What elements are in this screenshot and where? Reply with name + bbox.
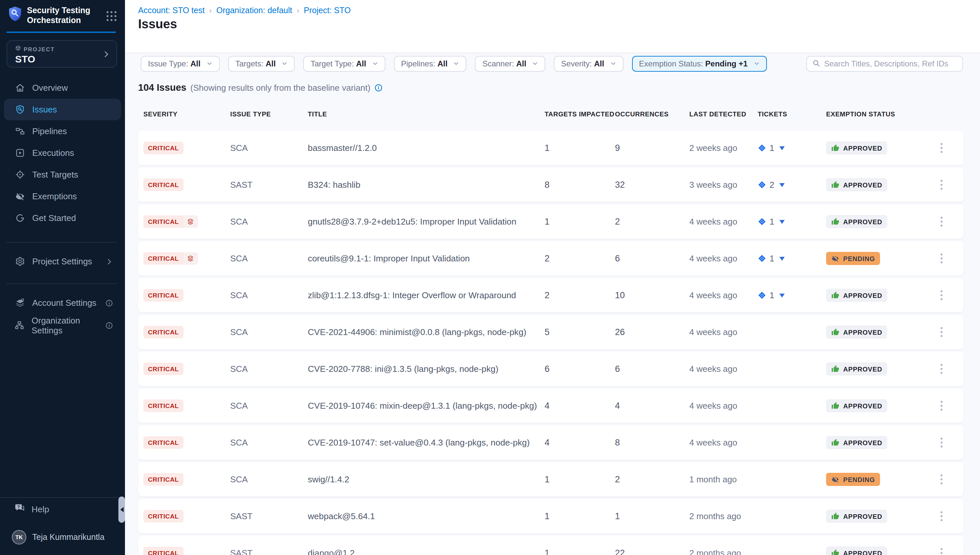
app-root: Security Testing Orchestration PROJECT S… — [0, 0, 980, 555]
column-header-issue-type: ISSUE TYPE — [230, 111, 271, 118]
jira-ticket-icon — [758, 181, 766, 189]
row-menu-kebab-icon[interactable] — [938, 508, 945, 524]
row-menu-kebab-icon[interactable] — [938, 251, 945, 266]
filter-exemption-status[interactable]: Exemption Status: Pending +1 — [632, 56, 767, 72]
sidebar-item-test-targets[interactable]: Test Targets — [4, 164, 121, 185]
table-row[interactable]: CRITICAL SAST django@1.2 1 22 2 months a… — [138, 536, 964, 555]
executions-icon — [14, 148, 25, 158]
chevron-down-icon — [372, 59, 378, 68]
table-row[interactable]: CRITICAL SCA swig//1.4.2 1 2 1 month ago… — [138, 462, 964, 496]
row-menu-kebab-icon[interactable] — [938, 545, 945, 555]
row-menu-kebab-icon[interactable] — [938, 472, 945, 487]
last-detected: 2 months ago — [689, 511, 741, 521]
row-menu-kebab-icon[interactable] — [938, 288, 945, 303]
row-menu-kebab-icon[interactable] — [938, 398, 945, 413]
issue-type: SCA — [230, 253, 248, 263]
last-detected: 4 weeks ago — [689, 217, 737, 226]
tickets-cell: 1 — [758, 253, 785, 263]
table-row[interactable]: CRITICAL SAST webpack@5.64.1 1 1 2 month… — [138, 499, 964, 533]
search-input[interactable] — [824, 59, 957, 68]
table-row[interactable]: CRITICAL SCA bassmaster//1.2.0 1 9 2 wee… — [138, 131, 964, 165]
table-row[interactable]: CRITICAL SCA CVE-2019-10747: set-value@0… — [138, 425, 964, 460]
ticket-cell-content[interactable]: 1 — [758, 143, 785, 153]
row-menu-kebab-icon[interactable] — [938, 214, 945, 229]
issue-title[interactable]: CVE-2019-10746: mixin-deep@1.3.1 (lang-p… — [308, 401, 542, 411]
filter-target-type[interactable]: Target Type: All — [303, 56, 385, 72]
row-menu-kebab-icon[interactable] — [938, 177, 945, 192]
issue-title[interactable]: CVE-2020-7788: ini@1.3.5 (lang-pkgs, nod… — [308, 364, 542, 374]
issue-title[interactable]: zlib@1:1.2.13.dfsg-1: Integer Overflow o… — [308, 290, 542, 300]
sidebar-item-pipelines[interactable]: Pipelines — [4, 120, 121, 142]
filter-severity[interactable]: Severity: All — [554, 56, 623, 72]
exemption-status-badge: APPROVED — [826, 436, 888, 449]
issue-title[interactable]: webpack@5.64.1 — [308, 511, 542, 521]
row-menu-kebab-icon[interactable] — [938, 140, 945, 156]
filter-issue-type[interactable]: Issue Type: All — [141, 56, 220, 72]
sidebar-item-organization-settings[interactable]: Organization Settings — [4, 316, 121, 334]
sidebar-collapse-handle[interactable] — [119, 496, 125, 523]
jira-ticket-icon — [758, 144, 766, 152]
info-icon[interactable] — [105, 321, 113, 329]
sidebar-item-exemptions[interactable]: Exemptions — [4, 185, 121, 207]
app-title: Security Testing Orchestration — [27, 6, 99, 26]
project-selector[interactable]: PROJECT STO — [6, 40, 117, 68]
issue-title[interactable]: CVE-2021-44906: minimist@0.0.8 (lang-pkg… — [308, 327, 542, 337]
issue-title[interactable]: django@1.2 — [308, 548, 542, 555]
ticket-cell-content[interactable]: 1 — [758, 253, 785, 263]
filter-targets[interactable]: Targets: All — [228, 56, 295, 72]
sidebar-item-project-settings[interactable]: Project Settings — [4, 252, 121, 270]
module-grid-icon[interactable] — [107, 11, 116, 21]
nav-label: Project Settings — [32, 257, 92, 266]
last-detected: 4 weeks ago — [689, 364, 737, 374]
table-row[interactable]: CRITICAL SCA coreutils@9.1-1: Improper I… — [138, 241, 964, 276]
last-detected: 1 month ago — [689, 475, 737, 484]
filter-scanner[interactable]: Scanner: All — [475, 56, 545, 72]
thumbs-up-icon — [831, 144, 839, 152]
table-row[interactable]: CRITICAL SCA CVE-2019-10746: mixin-deep@… — [138, 389, 964, 423]
info-icon[interactable] — [105, 299, 113, 307]
breadcrumb-organization[interactable]: Organization: default — [217, 6, 292, 15]
column-header-tickets: TICKETS — [758, 111, 787, 118]
breadcrumb-project[interactable]: Project: STO — [304, 6, 351, 15]
sidebar-item-executions[interactable]: Executions — [4, 142, 121, 164]
issue-title[interactable]: gnutls28@3.7.9-2+deb12u5: Improper Input… — [308, 217, 542, 226]
exemption-status-badge: APPROVED — [826, 141, 888, 154]
severity-badge: CRITICAL — [143, 473, 183, 486]
sidebar-item-help[interactable]: ? Help — [4, 501, 121, 517]
exemption-status-label: APPROVED — [843, 402, 882, 409]
sidebar-item-issues[interactable]: Issues — [4, 99, 121, 120]
ticket-cell-content[interactable]: 1 — [758, 217, 785, 226]
severity-badge: CRITICAL — [143, 289, 183, 302]
info-icon[interactable] — [374, 83, 383, 92]
ticket-cell-content[interactable]: 1 — [758, 290, 785, 300]
last-detected: 4 weeks ago — [689, 253, 737, 263]
gear-icon — [14, 256, 25, 267]
user-menu[interactable]: TK Teja Kummarikuntla — [4, 529, 121, 546]
sidebar-item-overview[interactable]: Overview — [4, 77, 121, 99]
ticket-cell-content[interactable]: 2 — [758, 180, 785, 190]
issue-title[interactable]: swig//1.4.2 — [308, 475, 542, 484]
table-row[interactable]: CRITICAL SCA zlib@1:1.2.13.dfsg-1: Integ… — [138, 278, 964, 312]
row-menu-kebab-icon[interactable] — [938, 324, 945, 340]
row-menu-kebab-icon[interactable] — [938, 361, 945, 377]
last-detected: 4 weeks ago — [689, 401, 737, 411]
row-menu-kebab-icon[interactable] — [938, 435, 945, 450]
table-row[interactable]: CRITICAL SAST B324: hashlib 8 32 3 weeks… — [138, 168, 964, 202]
breadcrumb-account[interactable]: Account: STO test — [138, 6, 205, 15]
table-row[interactable]: CRITICAL SCA CVE-2020-7788: ini@1.3.5 (l… — [138, 352, 964, 386]
filter-pipelines[interactable]: Pipelines: All — [394, 56, 466, 72]
issue-title[interactable]: bassmaster//1.2.0 — [308, 143, 542, 153]
thumbs-up-icon — [831, 439, 839, 446]
sidebar-item-get-started[interactable]: Get Started — [4, 207, 121, 229]
logo-divider — [6, 32, 116, 33]
issue-title[interactable]: coreutils@9.1-1: Improper Input Validati… — [308, 253, 542, 263]
exemption-status-cell: PENDING — [826, 252, 881, 265]
table-row[interactable]: CRITICAL SCA gnutls28@3.7.9-2+deb12u5: I… — [138, 205, 964, 239]
filter-value: All — [516, 59, 526, 68]
issue-title[interactable]: B324: hashlib — [308, 180, 542, 190]
app-logo: Security Testing Orchestration — [8, 6, 99, 26]
table-row[interactable]: CRITICAL SCA CVE-2021-44906: minimist@0.… — [138, 315, 964, 349]
issue-title[interactable]: CVE-2019-10747: set-value@0.4.3 (lang-pk… — [308, 438, 542, 448]
targets-impacted: 1 — [545, 511, 550, 521]
sidebar-item-account-settings[interactable]: Account Settings — [4, 294, 121, 312]
